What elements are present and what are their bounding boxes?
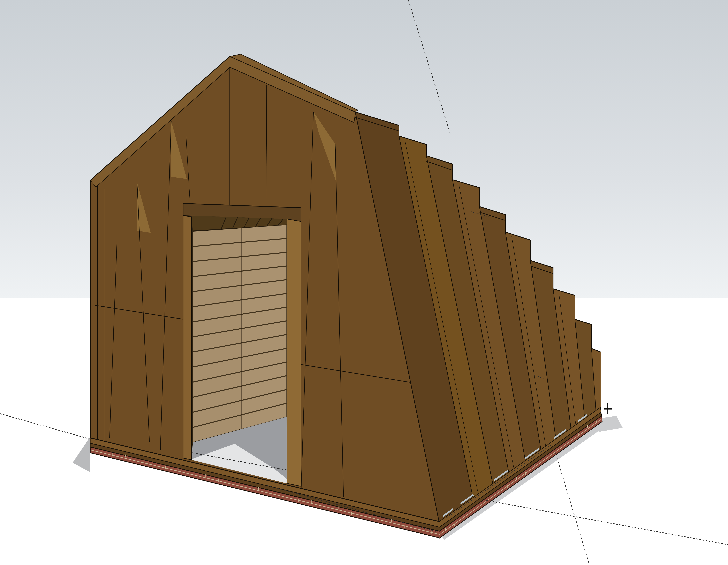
shape-layer: [0, 0, 728, 565]
viewport-3d[interactable]: [0, 0, 728, 565]
door-jamb-right: [287, 219, 301, 486]
model-canvas: [0, 0, 728, 565]
door-jamb-left: [183, 216, 191, 460]
